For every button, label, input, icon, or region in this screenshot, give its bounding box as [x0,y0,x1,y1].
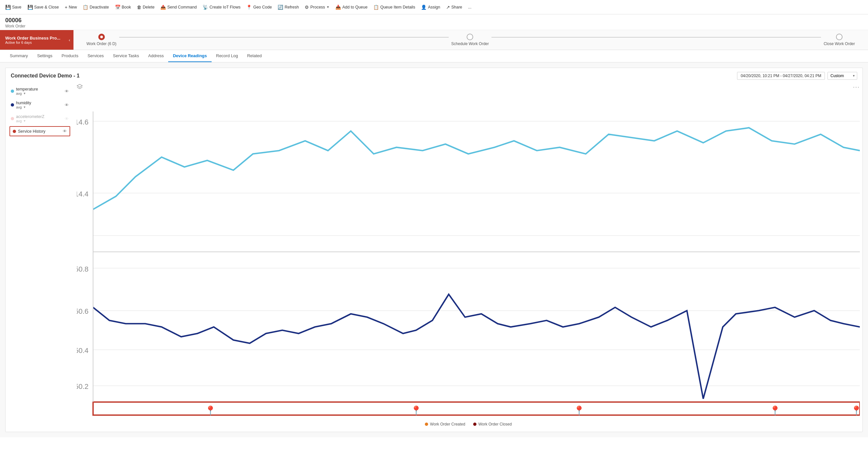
accelerometerz-dot [11,117,14,120]
chart-svg-container: 14.6 14.4 50.8 50.6 50.4 [74,92,863,419]
device-panel-header: Connected Device Demo - 1 04/20/2020, 10… [5,68,863,82]
stage-label-work-order: Work Order (6 D) [87,41,117,46]
temperature-dot [11,90,14,93]
send-command-icon: 📤 [160,5,166,10]
record-id: 00006 [5,17,863,24]
stage-line-1 [119,37,449,37]
bottom-legend-wo-created: Work Order Created [425,422,465,427]
record-header: 00006 Work Order [0,14,868,30]
svg-text:14.6: 14.6 [77,118,89,126]
temperature-info: temperature avg ▼ [16,87,63,95]
wo-created-dot [425,422,428,426]
tab-record-log[interactable]: Record Log [212,50,243,62]
temperature-sub: avg ▼ [16,91,63,95]
book-button[interactable]: 📅 Book [112,3,134,11]
record-type: Work Order [5,24,863,28]
more-button[interactable]: ... [465,4,474,11]
assign-button[interactable]: 👤 Assign [418,3,443,11]
assign-icon: 👤 [421,5,427,10]
chart-toolbar: ··· [74,82,863,92]
wo-closed-dot [473,422,476,426]
process-button[interactable]: ⚙ Process ▼ [302,3,332,11]
service-history-dot [13,130,16,133]
svg-text:14.4: 14.4 [77,190,89,198]
svg-text:50.8: 50.8 [77,265,89,273]
stage-active-banner: Work Order Business Pro... Active for 6 … [0,30,66,50]
add-to-queue-button[interactable]: 📥 Add to Queue [333,3,370,11]
queue-item-details-button[interactable]: 📋 Queue Item Details [371,3,418,11]
tab-products[interactable]: Products [57,50,83,62]
humidity-chevron-icon[interactable]: ▼ [23,106,26,109]
svg-text:50.6: 50.6 [77,307,89,315]
stage-line-2 [492,37,821,37]
stage-collapse-button[interactable]: ‹ [66,30,73,50]
temperature-visibility-toggle[interactable]: 👁 [65,89,69,94]
banner-subtitle: Active for 6 days [5,40,60,45]
humidity-visibility-toggle[interactable]: 👁 [65,103,69,108]
tab-device-readings[interactable]: Device Readings [168,50,211,62]
bottom-legend-wo-closed: Work Order Closed [473,422,512,427]
banner-title: Work Order Business Pro... [5,36,60,40]
legend-item-temperature: temperature avg ▼ 👁 [9,85,70,97]
stage-bar: Work Order Business Pro... Active for 6 … [0,30,868,50]
legend-item-accelerometerz: accelerometerZ avg ▼ 👁 [9,112,70,125]
time-range-select[interactable]: Last Hour Last Day Last Week Custom [828,72,857,80]
tab-services[interactable]: Services [83,50,108,62]
svg-text:📍: 📍 [574,405,585,416]
process-dropdown-icon: ▼ [326,5,330,9]
stage-circle-schedule [467,34,473,40]
delete-button[interactable]: 🗑 Delete [134,3,157,11]
humidity-label: humidity [16,101,63,105]
tab-address[interactable]: Address [144,50,168,62]
service-history-visibility-toggle[interactable]: 👁 [63,129,67,134]
accelerometerz-visibility-toggle[interactable]: 👁 [65,116,69,121]
share-button[interactable]: ↗ Share [443,3,465,11]
stage-item-close: Close Work Order [824,34,855,46]
chart-main: ··· 14.6 14.4 [74,82,863,429]
geo-code-icon: 📍 [246,5,252,10]
save-icon: 💾 [5,5,11,10]
save-close-icon: 💾 [27,5,33,10]
svg-text:50.4: 50.4 [77,346,89,355]
new-icon: + [65,5,67,10]
service-history-info: Service History [18,129,61,134]
tab-settings[interactable]: Settings [33,50,57,62]
tab-summary[interactable]: Summary [5,50,33,62]
service-history-label: Service History [18,129,61,134]
layers-icon[interactable] [77,84,83,90]
share-icon: ↗ [446,5,450,10]
humidity-sub: avg ▼ [16,105,63,109]
geo-code-button[interactable]: 📍 Geo Code [244,3,274,11]
refresh-button[interactable]: 🔄 Refresh [275,3,302,11]
temperature-label: temperature [16,87,63,91]
new-button[interactable]: + New [62,3,80,11]
save-close-button[interactable]: 💾 Save & Close [25,3,62,11]
legend-item-humidity: humidity avg ▼ 👁 [9,99,70,111]
wo-created-label: Work Order Created [430,422,465,427]
stage-item-work-order: Work Order (6 D) [87,34,117,46]
temperature-chevron-icon[interactable]: ▼ [23,92,26,95]
process-icon: ⚙ [305,5,309,10]
humidity-dot [11,103,14,107]
stage-label-schedule: Schedule Work Order [451,41,489,46]
tab-service-tasks[interactable]: Service Tasks [108,50,144,62]
time-range-select-wrapper: Last Hour Last Day Last Week Custom [828,72,857,80]
save-button[interactable]: 💾 Save [3,3,24,11]
iot-flows-icon: 📡 [203,5,208,10]
tab-related[interactable]: Related [243,50,267,62]
chart-bottom-legend: Work Order Created Work Order Closed [74,419,863,429]
delete-icon: 🗑 [137,5,142,10]
accelerometerz-chevron-icon[interactable]: ▼ [23,119,26,122]
create-iot-flows-button[interactable]: 📡 Create IoT Flows [200,3,243,11]
svg-text:50.2: 50.2 [77,382,89,390]
chart-legend: temperature avg ▼ 👁 humidity avg [5,82,74,429]
deactivate-button[interactable]: 📋 Deactivate [80,3,111,11]
send-command-button[interactable]: 📤 Send Command [158,3,199,11]
book-icon: 📅 [115,5,121,10]
svg-text:📍: 📍 [410,405,422,416]
refresh-icon: 🔄 [278,5,283,10]
svg-text:📍: 📍 [851,405,860,416]
accelerometerz-sub: avg ▼ [16,119,63,123]
chart-more-button[interactable]: ··· [853,84,860,90]
toolbar: 💾 Save 💾 Save & Close + New 📋 Deactivate… [0,0,868,14]
